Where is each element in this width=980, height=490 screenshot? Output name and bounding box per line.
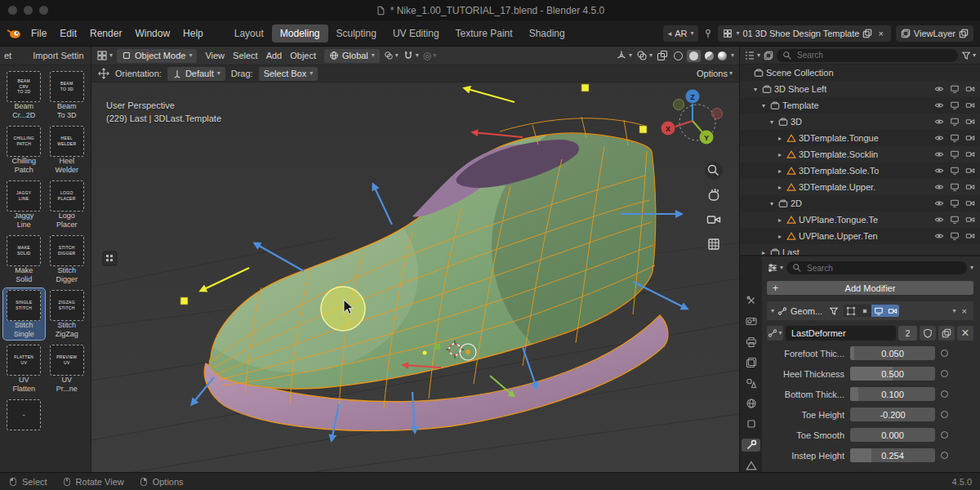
navigation-gizmo[interactable]: Z Y X xyxy=(662,90,723,145)
shading-material-button[interactable] xyxy=(705,51,714,60)
menu-help[interactable]: Help xyxy=(176,25,210,42)
viewlayer-selector[interactable]: ViewLayer xyxy=(896,25,973,42)
workspace-tab-texture-paint[interactable]: Texture Paint xyxy=(448,24,521,42)
snap-magnet-button[interactable]: ▾ xyxy=(403,50,419,61)
collapse-modifier-icon[interactable]: ▾ xyxy=(771,308,774,314)
show-gizmo-button[interactable]: ▾ xyxy=(616,50,632,61)
menu-file[interactable]: File xyxy=(24,25,53,42)
shading-solid-button[interactable] xyxy=(687,50,701,62)
shading-wireframe-button[interactable] xyxy=(674,51,683,60)
blender-logo-icon[interactable] xyxy=(7,28,21,39)
animate-property-dot[interactable] xyxy=(941,411,948,418)
orientation-dropdown[interactable]: Default▾ xyxy=(167,67,225,81)
hide-in-viewport-icon[interactable] xyxy=(934,215,944,225)
viewport-canvas[interactable]: Z Y X xyxy=(91,82,739,472)
unlink-node-group-button[interactable]: × xyxy=(957,326,973,341)
properties-tab-object-data[interactable] xyxy=(742,459,760,472)
workspace-tab-shading[interactable]: Shading xyxy=(521,24,573,42)
disclosure-right-icon[interactable]: ▸ xyxy=(776,167,784,175)
tool-beam-curve-2d[interactable]: BEAM CRV TO 2DBeamCr...2D xyxy=(3,69,45,121)
disable-in-viewports-icon[interactable] xyxy=(950,231,960,241)
zoom-button[interactable] xyxy=(705,162,723,180)
disable-in-renders-icon[interactable] xyxy=(965,231,975,241)
outliner-row-template[interactable]: ▾Template xyxy=(740,97,980,114)
disable-in-renders-icon[interactable] xyxy=(965,215,975,225)
new-scene-icon[interactable] xyxy=(862,29,872,38)
minimize-window-button[interactable] xyxy=(24,6,33,15)
properties-tab-output[interactable] xyxy=(742,335,760,348)
animate-property-dot[interactable] xyxy=(941,431,948,439)
tool-beam-to-3d[interactable]: BEAM TO 3DBeamTo 3D xyxy=(47,69,88,121)
disable-in-viewports-icon[interactable] xyxy=(950,166,960,176)
modifier-panel-header[interactable]: ▾ Geom... ▾ × xyxy=(767,301,973,320)
remove-modifier-icon[interactable]: × xyxy=(960,306,969,316)
show-overlays-button[interactable]: ▾ xyxy=(636,50,653,61)
outliner-row-last[interactable]: ▸Last xyxy=(740,244,980,255)
viewport-menu-object[interactable]: Object xyxy=(286,49,320,62)
viewport-widget-icon[interactable] xyxy=(103,252,117,265)
pin-scene-icon[interactable] xyxy=(703,29,713,38)
viewlayer-browse-icon[interactable] xyxy=(901,29,911,38)
hide-in-viewport-icon[interactable] xyxy=(934,100,944,110)
disable-in-viewports-icon[interactable] xyxy=(950,215,960,225)
properties-tab-scene[interactable] xyxy=(742,376,760,390)
close-window-button[interactable] xyxy=(8,6,17,15)
properties-tab-modifiers[interactable] xyxy=(742,439,760,452)
disclosure-right-icon[interactable]: ▸ xyxy=(776,233,784,240)
proportional-editing-button[interactable]: ◎▾ xyxy=(423,50,437,61)
funnel-icon[interactable] xyxy=(829,306,839,316)
hide-in-viewport-icon[interactable] xyxy=(934,117,944,127)
field-value-slider[interactable]: 0.500 xyxy=(850,367,935,381)
tool-panel-tab-cut[interactable]: et xyxy=(4,51,11,60)
outliner-row-3dtemplate-sole-to[interactable]: ▸3DTemplate.Sole.To xyxy=(740,163,980,179)
menu-render[interactable]: Render xyxy=(83,25,128,42)
display-render-toggle[interactable] xyxy=(885,305,899,317)
disclosure-right-icon[interactable]: ▸ xyxy=(760,249,768,256)
menu-edit[interactable]: Edit xyxy=(53,25,83,42)
outliner-search[interactable] xyxy=(777,49,958,62)
hide-in-viewport-icon[interactable] xyxy=(934,133,944,143)
disable-in-viewports-icon[interactable] xyxy=(950,117,960,127)
properties-tab-view-layer[interactable] xyxy=(742,356,760,369)
hide-in-viewport-icon[interactable] xyxy=(934,182,944,192)
disable-in-viewports-icon[interactable] xyxy=(950,84,960,94)
editor-type-button[interactable]: ▾ xyxy=(96,50,113,61)
unlink-scene-icon[interactable]: × xyxy=(875,29,885,38)
workspace-tab-uv-editing[interactable]: UV Editing xyxy=(385,24,448,42)
tool-jaggy-line[interactable]: JAGGY LINEJaggyLine xyxy=(3,179,45,230)
animate-property-dot[interactable] xyxy=(941,370,948,377)
new-node-group-button[interactable] xyxy=(938,326,955,341)
disclosure-right-icon[interactable]: ▸ xyxy=(776,135,784,142)
outliner-row-3dtemplate-socklin[interactable]: ▸3DTemplate.Socklin xyxy=(740,146,980,163)
display-edit-mode-toggle[interactable] xyxy=(858,305,871,317)
disable-in-renders-icon[interactable] xyxy=(965,100,975,110)
animate-property-dot[interactable] xyxy=(941,350,948,357)
field-value-slider[interactable]: 0.100 xyxy=(850,387,935,401)
camera-view-button[interactable] xyxy=(708,216,720,223)
disclosure-down-icon[interactable]: ▾ xyxy=(768,118,776,126)
properties-editor-type-button[interactable]: ▾ xyxy=(767,262,783,274)
viewport-3d[interactable]: ▾ Object Mode▾ ViewSelectAddObject Globa… xyxy=(91,47,739,472)
modifier-name[interactable]: Geom... xyxy=(791,306,822,316)
fake-user-button[interactable] xyxy=(920,326,936,341)
mode-dropdown[interactable]: Object Mode▾ xyxy=(117,49,197,63)
disable-in-renders-icon[interactable] xyxy=(965,117,975,127)
pivot-point-button[interactable]: ▾ xyxy=(384,51,399,60)
tool-uv-flatten[interactable]: FLATTEN UVUVFlatten xyxy=(3,343,45,394)
outliner-row-3dtemplate-tongue[interactable]: ▸3DTemplate.Tongue xyxy=(740,130,980,146)
outliner-row-uvplane-tongue-te[interactable]: ▸UVPlane.Tongue.Te xyxy=(740,212,980,228)
tool-stitch-zigzag[interactable]: ZIGZAG STITCHStitchZigZag xyxy=(47,288,88,340)
scene-browse-icon[interactable] xyxy=(723,29,733,38)
disable-in-renders-icon[interactable] xyxy=(965,84,975,94)
hide-in-viewport-icon[interactable] xyxy=(934,231,944,241)
hide-in-viewport-icon[interactable] xyxy=(934,84,944,94)
disclosure-down-icon[interactable]: ▾ xyxy=(751,86,760,93)
options-dropdown[interactable]: Options▾ xyxy=(697,69,733,78)
scene-selector[interactable]: ▾ 01 3D Shoe Design Template × xyxy=(718,25,890,42)
outliner-row-3d-shoe-left[interactable]: ▾3D Shoe Left xyxy=(740,81,980,97)
transform-orientation-dropdown[interactable]: Global▾ xyxy=(324,49,380,63)
disclosure-right-icon[interactable]: ▸ xyxy=(776,184,784,191)
field-value-slider[interactable]: 0.000 xyxy=(850,428,935,442)
menu-window[interactable]: Window xyxy=(128,25,176,42)
disable-in-renders-icon[interactable] xyxy=(965,182,975,192)
